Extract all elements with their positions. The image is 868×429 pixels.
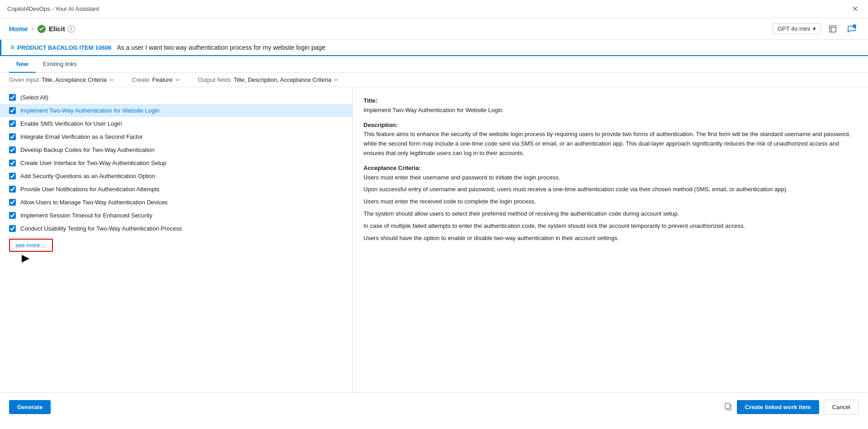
given-input-edit-icon[interactable]: ✏	[109, 77, 114, 83]
footer-right: Create linked work item Cancel	[724, 400, 859, 415]
header-icons: GPT 4o mini ▾ !	[773, 22, 859, 36]
list-item-text: Integrate Email Verification as a Second…	[20, 133, 143, 140]
footer: Generate Create linked work item Cancel	[0, 392, 868, 421]
breadcrumb-separator: ›	[32, 25, 33, 32]
preview-description-text: This feature aims to enhance the securit…	[363, 131, 850, 156]
list-item-text: Develop Backup Codes for Two-Way Authent…	[20, 146, 155, 153]
app-title: Copilot4DevOps - Your AI Assistant	[7, 5, 99, 12]
template-icon-button[interactable]	[826, 22, 840, 36]
list-item-checkbox[interactable]	[9, 107, 16, 114]
list-item[interactable]: Provide User Notifications for Authentic…	[0, 183, 352, 196]
given-input-label: Given input	[9, 76, 39, 83]
title-bar-title: Copilot4DevOps - Your AI Assistant	[7, 5, 99, 12]
list-item-checkbox[interactable]	[9, 160, 16, 166]
list-item[interactable]: (Select All)	[0, 91, 352, 104]
list-item-text: Conduct Usability Testing for Two-Way Au…	[20, 225, 182, 232]
list-item-checkbox[interactable]	[9, 146, 16, 153]
work-item-icon: ≡ PRODUCT BACKLOG ITEM 10606	[10, 43, 111, 52]
list-item-checkbox[interactable]	[9, 186, 16, 193]
work-item-bar: ≡ PRODUCT BACKLOG ITEM 10606 As a user I…	[0, 40, 868, 56]
list-item-text: Implement Session Timeout for Enhanced S…	[20, 212, 152, 219]
footer-left: Generate	[9, 400, 51, 414]
elicit-icon	[37, 24, 46, 33]
acceptance-criteria-item: Upon successful entry of username and pa…	[363, 185, 857, 194]
preview-title-value: Implement Two-Way Authentication for Web…	[363, 107, 503, 113]
chevron-down-icon: ▾	[813, 25, 816, 32]
output-fields-label: Output fields	[198, 76, 231, 83]
preview-description-label: Description:	[363, 122, 398, 128]
gpt-model-selector[interactable]: GPT 4o mini ▾	[773, 23, 821, 34]
acceptance-criteria-item: The system should allow users to select …	[363, 209, 857, 219]
list-item-text: Provide User Notifications for Authentic…	[20, 186, 160, 193]
create-section: Create Feature ✏	[132, 76, 180, 83]
svg-text:!: !	[854, 25, 854, 28]
list-item[interactable]: Implement Session Timeout for Enhanced S…	[0, 209, 352, 222]
close-button[interactable]: ✕	[849, 4, 861, 14]
list-item-checkbox[interactable]	[9, 225, 16, 232]
list-item-checkbox[interactable]	[9, 199, 16, 206]
svg-rect-1	[830, 26, 836, 32]
svg-rect-7	[725, 403, 730, 409]
preview-acceptance-items: Users must enter their username and pass…	[363, 173, 857, 243]
list-item-checkbox[interactable]	[9, 173, 16, 179]
acceptance-criteria-item: Users must enter their username and pass…	[363, 173, 857, 183]
see-more-button[interactable]: see more....	[9, 239, 53, 252]
info-icon[interactable]: i	[68, 25, 75, 33]
work-item-badge-icon: ≡	[10, 43, 14, 52]
preview-description-field: Description: This feature aims to enhanc…	[363, 121, 857, 158]
list-item[interactable]: Develop Backup Codes for Two-Way Authent…	[0, 143, 352, 156]
generate-button[interactable]: Generate	[9, 400, 51, 414]
cancel-button[interactable]: Cancel	[824, 400, 859, 415]
list-item-checkbox[interactable]	[9, 94, 16, 101]
tabs-bar: New Existing links	[0, 56, 868, 73]
list-item-text: Implement Two-Way Authentication for Web…	[20, 107, 160, 114]
preview-acceptance-label: Acceptance Criteria:	[363, 165, 420, 171]
given-input-section: Given input Title, Acceptance Criteria ✏	[9, 76, 114, 83]
acceptance-criteria-item: Users should have the option to enable o…	[363, 234, 857, 243]
output-fields-edit-icon[interactable]: ✏	[334, 77, 339, 83]
left-panel: (Select All)Implement Two-Way Authentica…	[0, 87, 353, 392]
list-item-text: Allow Users to Manage Two-Way Authentica…	[20, 199, 168, 206]
create-linked-work-item-button[interactable]: Create linked work item	[737, 400, 819, 414]
chat-icon-button[interactable]: !	[844, 22, 859, 36]
copy-icon[interactable]	[724, 402, 732, 412]
create-value: Feature	[152, 76, 173, 83]
gpt-model-label: GPT 4o mini	[778, 25, 810, 32]
preview-title-label: Title:	[363, 97, 377, 104]
list-item[interactable]: Allow Users to Manage Two-Way Authentica…	[0, 196, 352, 209]
work-item-title: As a user I want two way authentication …	[117, 44, 325, 51]
list-item[interactable]: Implement Two-Way Authentication for Web…	[0, 104, 352, 117]
header: Home › Elicit i GPT 4o mini ▾	[0, 18, 868, 40]
config-bar: Given input Title, Acceptance Criteria ✏…	[0, 73, 868, 87]
see-more-container: see more....▶	[0, 235, 352, 255]
breadcrumb: Home › Elicit i	[9, 24, 75, 33]
tab-existing-links[interactable]: Existing links	[36, 56, 84, 73]
list-item[interactable]: Integrate Email Verification as a Second…	[0, 130, 352, 143]
given-input-value: Title, Acceptance Criteria	[42, 76, 107, 83]
list-item-text: Create User Interface for Two-Way Authen…	[20, 160, 166, 166]
list-item-checkbox[interactable]	[9, 133, 16, 140]
list-item[interactable]: Add Security Questions as an Authenticat…	[0, 170, 352, 183]
create-edit-icon[interactable]: ✏	[175, 77, 180, 83]
tab-new[interactable]: New	[9, 56, 36, 73]
content-area: (Select All)Implement Two-Way Authentica…	[0, 87, 868, 392]
list-item[interactable]: Create User Interface for Two-Way Authen…	[0, 156, 352, 170]
page-title: Elicit	[49, 25, 65, 33]
mouse-cursor-icon: ▶	[22, 252, 29, 264]
preview-title-field: Title: Implement Two-Way Authentication …	[363, 96, 857, 115]
list-item-checkbox[interactable]	[9, 120, 16, 127]
list-item-checkbox[interactable]	[9, 212, 16, 219]
output-fields-value: Title, Description, Acceptance Criteria	[234, 76, 331, 83]
acceptance-criteria-item: Users must enter the received code to co…	[363, 197, 857, 207]
acceptance-criteria-item: In case of multiple failed attempts to e…	[363, 222, 857, 231]
right-panel: Title: Implement Two-Way Authentication …	[353, 87, 868, 392]
list-item-text: Add Security Questions as an Authenticat…	[20, 173, 155, 179]
work-item-link[interactable]: PRODUCT BACKLOG ITEM 10606	[17, 44, 111, 51]
list-item[interactable]: Enable SMS Verification for User Login	[0, 117, 352, 130]
list-item-text: (Select All)	[20, 94, 48, 101]
list-item[interactable]: Conduct Usability Testing for Two-Way Au…	[0, 222, 352, 235]
list-item-text: Enable SMS Verification for User Login	[20, 120, 122, 127]
create-label: Create	[132, 76, 150, 83]
home-link[interactable]: Home	[9, 25, 28, 33]
breadcrumb-current: Elicit i	[37, 24, 75, 33]
